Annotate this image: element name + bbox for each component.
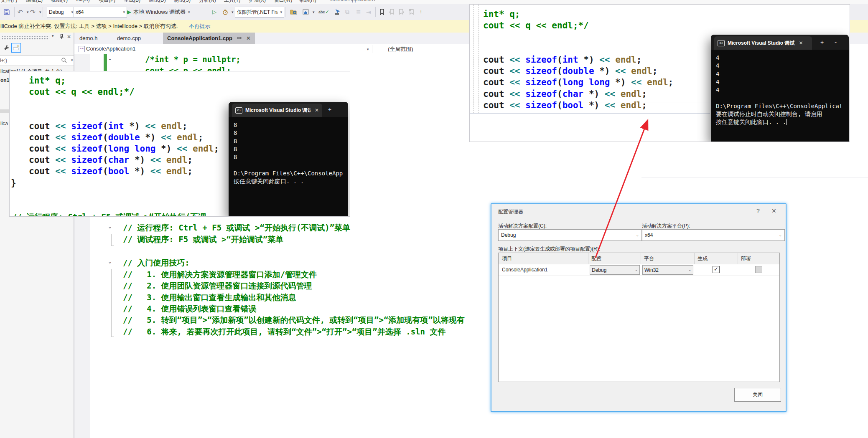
menu-item[interactable]: 帮助(H) [299,0,316,4]
debug-console-right: C:\ Microsoft Visual Studio 调试 ✕ + ⌄ 444… [711,35,849,142]
menu-item[interactable]: 编辑(E) [26,0,43,4]
cmd-icon: C:\ [235,107,242,114]
tree-item[interactable]: lica [0,121,8,127]
collapse-region-icon[interactable]: ⌄ [108,224,112,230]
save-icon[interactable] [3,4,10,20]
sync-selection-icon[interactable]: ✳ [11,43,21,53]
editor-code-line: /*int * p = nullptr; [145,54,241,65]
chevron-down-icon[interactable]: ▾ [367,47,369,51]
console-tab[interactable]: C:\ Microsoft Visual Studio 调试 ✕ [714,36,812,50]
start-without-debug-icon[interactable]: ▷ [212,4,216,20]
close-tab-icon[interactable]: ✕ [799,40,803,46]
close-tab-icon[interactable]: ✕ [315,107,319,113]
search-input[interactable]: l+;) ▾ [0,55,74,66]
pin-icon[interactable] [59,34,64,41]
code-line: cout << sizeof(bool *) << endl; [29,166,193,177]
spellcheck-icon[interactable]: abc ✓ [318,4,329,20]
collapse-region-icon[interactable]: ⌄ [108,56,112,61]
menu-item[interactable]: 文件(F) [1,0,17,4]
attach-mode-dropdown[interactable]: 仅限托管(.NET Fram ▾ [235,7,284,18]
menu-item[interactable]: Git(G) [76,0,90,3]
navigate-caret-icon[interactable]: ▾ [313,4,315,20]
close-button[interactable]: 关闭 [734,388,781,402]
prev-bookmark-icon[interactable] [389,4,395,20]
clear-bookmarks-icon[interactable] [409,4,415,20]
active-platform-dropdown[interactable]: x64⌄ [642,229,785,241]
indent-guide [22,72,22,190]
code-line: int* q; [483,9,520,20]
notification-text: lliCode 防止补全冲突. 设置方法: 工具 > 选项 > Intellic… [0,23,178,30]
pin-icon[interactable] [237,35,242,41]
build-checkbox[interactable]: ✓ [713,266,720,273]
menu-item[interactable]: 测试(S) [174,0,191,4]
active-platform-label: 活动解决方案平台(P): [642,223,690,230]
start-debug-button[interactable]: ▶ 本地 Windows 调试器 ▾ [127,4,190,20]
dismiss-link[interactable]: 不再提示 [188,23,210,30]
search-text: l+;) [0,58,7,63]
help-button[interactable]: ? [756,208,760,214]
col-platform[interactable]: 平台 [644,255,654,262]
tab-consoleapplication1-cpp[interactable]: ConsoleApplication1.cpp ✕ [163,33,255,44]
navigate-home-icon[interactable] [303,4,309,20]
table-row[interactable]: ConsoleApplication1 Debug⌄ Win32⌄ ✓ [499,264,779,276]
menu-item[interactable]: 视图(V) [51,0,68,4]
deploy-checkbox[interactable] [755,266,762,273]
console-titlebar[interactable]: C:\ Microsoft Visual Studio 调试 ✕ + [229,102,348,117]
undo-icon[interactable]: ↶ [18,4,23,20]
editor-comment-line: // 4. 使用错误列表窗口查看错误 [123,303,257,314]
new-tab-icon[interactable]: + [328,106,331,113]
col-deploy[interactable]: 部署 [741,255,751,262]
pasted-code-screenshot-left: int* q; cout << q << endl;*/ cout << siz… [9,71,350,217]
panel-grip[interactable] [2,36,49,40]
indent-decrease-icon[interactable]: ≣ [356,4,361,20]
collapse-region-icon[interactable]: ⌄ [108,259,112,265]
menu-item[interactable]: 生成(B) [124,0,140,4]
attach-mode-value: 仅限托管(.NET Fram [237,9,277,16]
next-bookmark-icon[interactable] [399,4,405,20]
tab-demo-cpp[interactable]: demo.cpp [113,33,145,44]
undo-caret-icon[interactable]: ▾ [27,4,29,20]
navigate-cursor-icon[interactable] [334,4,341,20]
current-line-border [641,177,868,177]
navbar-project-dropdown[interactable]: ConsoleApplication1 [86,46,136,52]
col-project[interactable]: 项目 [502,255,512,262]
menu-item[interactable]: 工具(T) [224,0,240,4]
redo-icon[interactable]: ↷ [30,4,36,20]
console-titlebar[interactable]: C:\ Microsoft Visual Studio 调试 ✕ + ⌄ [711,35,849,50]
profiler-caret-icon[interactable]: ▾ [232,4,234,20]
menu-item[interactable]: 项目(P) [99,0,115,4]
solution-platform-dropdown[interactable]: x64 ▾ [74,7,127,18]
code-line: cout << q << endl;*/ [483,20,589,31]
row-config-dropdown[interactable]: Debug⌄ [590,265,640,275]
console-tab[interactable]: C:\ Microsoft Visual Studio 调试 ✕ [232,104,322,117]
redo-caret-icon[interactable]: ▾ [39,4,41,20]
col-config[interactable]: 配置 [591,255,601,262]
panel-caret-icon[interactable]: ▾ [52,34,54,38]
close-tab-icon[interactable]: ✕ [246,35,251,41]
copy-lines-icon[interactable]: ⧉ [345,4,349,20]
col-build[interactable]: 生成 [697,255,708,262]
table-header: 项目 配置 平台 生成 部署 [499,253,779,264]
toolbar-overflow-icon[interactable]: ⁞ [420,4,422,20]
wrench-icon[interactable] [3,44,10,53]
bookmark-icon[interactable] [379,4,384,20]
navbar-scope-dropdown[interactable]: (全局范围) [388,46,413,53]
menu-item[interactable]: 调试(D) [149,0,166,4]
menu-item[interactable]: 扩展(X) [249,0,266,4]
find-in-files-icon[interactable] [290,4,297,20]
close-icon[interactable]: ✕ [67,34,71,40]
project-node[interactable]: on1 [0,77,9,83]
code-line: cout << sizeof(bool *) << endl; [483,100,647,111]
profiler-icon[interactable] [222,4,228,20]
menu-item[interactable]: 窗口(W) [274,0,292,4]
solution-config-dropdown[interactable]: Debug ▾ [47,7,75,18]
tab-dropdown-icon[interactable]: ⌄ [834,39,837,44]
tab-demo-h[interactable]: demo.h [75,33,102,44]
menu-item[interactable]: 分析(N) [199,0,216,4]
close-dialog-icon[interactable]: ✕ [771,208,776,214]
row-platform-dropdown[interactable]: Win32⌄ [642,265,693,275]
indent-increase-icon[interactable]: ⇥ [366,4,371,20]
indent-guide [479,5,479,113]
new-tab-icon[interactable]: + [820,39,824,46]
active-config-dropdown[interactable]: Debug⌄ [498,229,642,241]
